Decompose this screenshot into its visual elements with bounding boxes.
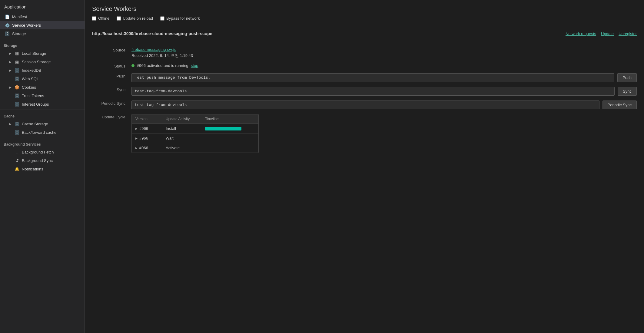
main-header: Service Workers Offline Update on reload… <box>85 0 644 25</box>
sidebar-app-header: Application <box>0 0 85 12</box>
update-on-reload-checkbox-label[interactable]: Update on reload <box>117 16 153 21</box>
stop-link[interactable]: stop <box>191 63 198 68</box>
expand-arrow-icon: ▶ <box>8 122 12 126</box>
expand-arrow-icon: ▶ <box>8 68 12 72</box>
bypass-for-network-checkbox-label[interactable]: Bypass for network <box>160 16 200 21</box>
table-row: ▶ #966 Install <box>132 124 258 134</box>
update-cycle-label: Update Cycle <box>92 114 131 119</box>
update-on-reload-label: Update on reload <box>123 16 153 21</box>
activity-text: Activate <box>166 146 205 150</box>
expand-arrow-icon: ▶ <box>8 51 12 55</box>
sidebar-item-label: Back/forward cache <box>22 130 56 135</box>
sidebar-storage-group: Storage <box>0 41 85 49</box>
update-cycle-table: Version Update Activity Timeline ▶ #966 … <box>131 114 259 153</box>
sync-label: Sync <box>92 87 131 92</box>
sidebar-item-label: Manifest <box>12 15 27 19</box>
version-arrow-icon: ▶ <box>135 147 138 150</box>
sidebar-item-storage-root[interactable]: 🗄️ Storage <box>0 29 85 38</box>
background-sync-icon: ↺ <box>15 158 19 163</box>
col-timeline: Timeline <box>205 117 255 121</box>
update-cycle-header: Version Update Activity Timeline <box>132 114 258 124</box>
cache-storage-icon: 🗄️ <box>15 121 19 126</box>
sidebar-item-notifications[interactable]: ▶ 🔔 Notifications <box>0 165 85 173</box>
status-indicator <box>131 64 134 67</box>
local-storage-icon: ▦ <box>15 51 19 56</box>
sync-button[interactable]: Sync <box>618 87 637 96</box>
web-sql-icon: 🗄️ <box>15 76 19 81</box>
activity-text: Wait <box>166 136 205 140</box>
sidebar-item-cache-storage[interactable]: ▶ 🗄️ Cache Storage <box>0 120 85 128</box>
sw-actions: Network requests Update Unregister <box>566 31 637 36</box>
sidebar-item-label: Interest Groups <box>22 102 49 107</box>
offline-checkbox-label[interactable]: Offline <box>92 16 109 21</box>
sidebar-item-background-sync[interactable]: ▶ ↺ Background Sync <box>0 156 85 165</box>
push-input[interactable] <box>131 73 614 82</box>
source-file-link[interactable]: firebase-messaging-sw.js <box>131 47 176 52</box>
version-arrow-icon: ▶ <box>135 127 138 130</box>
offline-checkbox[interactable] <box>92 16 96 21</box>
sidebar-item-trust-tokens[interactable]: ▶ 🗄️ Trust Tokens <box>0 91 85 100</box>
status-label: Status <box>92 63 131 68</box>
periodic-sync-input[interactable] <box>131 101 599 109</box>
sidebar-item-cookies[interactable]: ▶ 🍪 Cookies <box>0 83 85 91</box>
sidebar-item-label: Session Storage <box>22 60 51 64</box>
sw-url: http://localhost:3000/firebase-cloud-mes… <box>92 31 212 36</box>
table-row: ▶ #966 Wait <box>132 134 258 143</box>
sidebar-item-background-fetch[interactable]: ▶ ↕ Background Fetch <box>0 148 85 156</box>
bypass-for-network-checkbox[interactable] <box>160 16 164 21</box>
sidebar-item-session-storage[interactable]: ▶ ▦ Session Storage <box>0 58 85 66</box>
sidebar-cache-group: Cache <box>0 111 85 120</box>
page-title: Service Workers <box>92 5 637 12</box>
offline-label: Offline <box>98 16 109 21</box>
periodic-sync-input-row: Periodic Sync <box>131 101 637 109</box>
push-row: Push Push <box>92 73 637 82</box>
push-input-row: Push <box>131 73 637 82</box>
back-forward-cache-icon: 🗄️ <box>15 130 19 135</box>
sidebar-item-local-storage[interactable]: ▶ ▦ Local Storage <box>0 49 85 58</box>
sidebar-divider-1 <box>0 39 85 39</box>
version-cell-2: ▶ #966 <box>135 146 166 150</box>
sidebar-item-indexeddb[interactable]: ▶ 🗄️ IndexedDB <box>0 66 85 74</box>
sidebar-item-web-sql[interactable]: ▶ 🗄️ Web SQL <box>0 74 85 83</box>
sync-row: Sync Sync <box>92 87 637 96</box>
notifications-icon: 🔔 <box>15 166 19 171</box>
sidebar-divider-2 <box>0 110 85 110</box>
push-button[interactable]: Push <box>617 73 637 82</box>
sidebar-item-back-forward-cache[interactable]: ▶ 🗄️ Back/forward cache <box>0 128 85 137</box>
service-workers-icon: ⚙️ <box>5 23 10 28</box>
unregister-link[interactable]: Unregister <box>619 31 637 36</box>
manifest-icon: 📄 <box>5 14 10 19</box>
sync-input[interactable] <box>131 87 615 96</box>
status-row: Status #966 activated and is running sto… <box>92 63 637 68</box>
expand-arrow-icon: ▶ <box>8 85 12 89</box>
status-text: #966 activated and is running <box>137 63 188 68</box>
version-text: #966 <box>139 146 148 150</box>
interest-groups-icon: 🗄️ <box>15 102 19 107</box>
expand-arrow-icon: ▶ <box>8 60 12 64</box>
sidebar-item-label: Notifications <box>22 167 43 171</box>
sidebar-item-manifest[interactable]: 📄 Manifest <box>0 12 85 21</box>
session-storage-icon: ▦ <box>15 59 19 64</box>
sidebar: Application 📄 Manifest ⚙️ Service Worker… <box>0 0 85 333</box>
sidebar-item-label: Web SQL <box>22 77 39 81</box>
sidebar-item-label: Service Workers <box>12 23 41 28</box>
timeline-bar-container <box>205 127 255 130</box>
periodic-sync-row: Periodic Sync Periodic Sync <box>92 101 637 109</box>
sidebar-item-interest-groups[interactable]: ▶ 🗄️ Interest Groups <box>0 100 85 108</box>
sync-input-row: Sync <box>131 87 637 96</box>
periodic-sync-button[interactable]: Periodic Sync <box>603 101 637 109</box>
update-link[interactable]: Update <box>601 31 614 36</box>
sidebar-divider-3 <box>0 138 85 138</box>
network-requests-link[interactable]: Network requests <box>566 31 596 36</box>
sidebar-item-label: Trust Tokens <box>22 94 44 98</box>
sidebar-item-label: Local Storage <box>22 51 46 56</box>
sidebar-item-service-workers[interactable]: ⚙️ Service Workers <box>0 21 85 29</box>
sidebar-background-group: Background Services <box>0 139 85 148</box>
storage-root-icon: 🗄️ <box>5 31 10 36</box>
trust-tokens-icon: 🗄️ <box>15 93 19 98</box>
cookies-icon: 🍪 <box>15 85 19 90</box>
sidebar-item-label: Cache Storage <box>22 122 48 126</box>
source-value: firebase-messaging-sw.js Received 2022. … <box>131 47 637 58</box>
bypass-for-network-label: Bypass for network <box>166 16 200 21</box>
update-on-reload-checkbox[interactable] <box>117 16 121 21</box>
